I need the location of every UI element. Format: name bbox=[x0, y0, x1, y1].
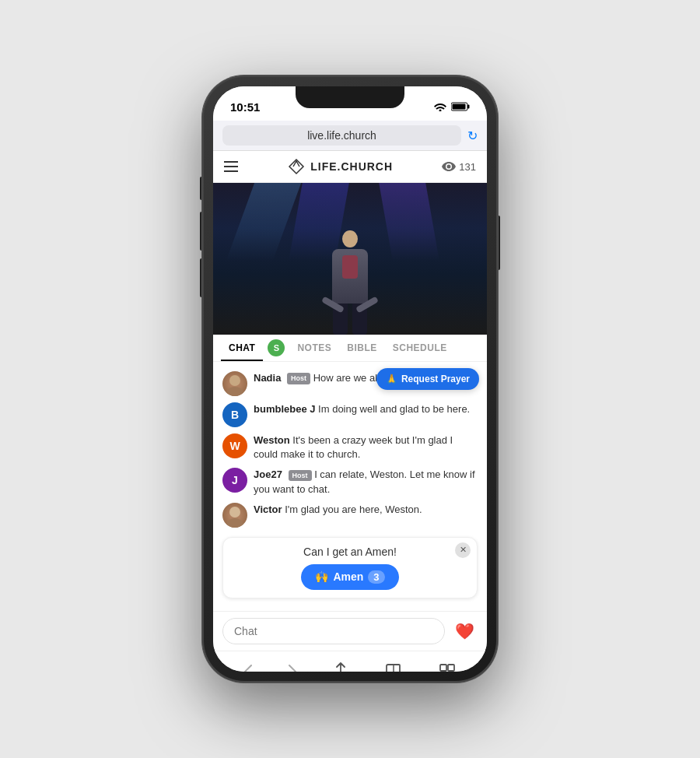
tab-schedule[interactable]: SCHEDULE bbox=[385, 335, 455, 361]
message-row: J Joe27 Host I can relate, Weston. Let m… bbox=[213, 465, 487, 499]
refresh-button[interactable]: ↻ bbox=[467, 128, 478, 143]
chat-input[interactable] bbox=[222, 618, 445, 644]
logo-text: LIFE.CHURCH bbox=[310, 160, 393, 173]
tab-notes[interactable]: NOTES bbox=[289, 335, 339, 361]
avatar-joe: J bbox=[222, 468, 247, 493]
battery-icon bbox=[451, 102, 470, 111]
svg-point-3 bbox=[229, 375, 240, 386]
light-beam-right bbox=[379, 183, 439, 261]
status-icons bbox=[434, 102, 470, 111]
svg-rect-2 bbox=[453, 104, 466, 110]
speaker-torso bbox=[332, 249, 368, 304]
host-badge-nadia: Host bbox=[287, 373, 310, 384]
lifechurch-logo-mark bbox=[287, 157, 306, 176]
wifi-icon bbox=[434, 102, 446, 111]
speaker-head bbox=[342, 230, 358, 247]
phone-mockup: 10:51 live.life.church ↻ bbox=[202, 75, 498, 683]
username-bumblebee: bumblebee J bbox=[254, 403, 315, 415]
phone-screen: 10:51 live.life.church ↻ bbox=[213, 86, 487, 672]
book-button[interactable] bbox=[377, 660, 410, 672]
grid-button[interactable] bbox=[431, 660, 464, 672]
message-row: Victor I'm glad you are here, Weston. bbox=[213, 500, 487, 531]
message-text-bumblebee: Im doing well and glad to be here. bbox=[318, 403, 470, 415]
nav-back-button[interactable] bbox=[236, 661, 260, 672]
message-text-joe: I can relate, Weston. Let me know if you… bbox=[254, 468, 475, 494]
message-text-victor: I'm glad you are here, Weston. bbox=[285, 504, 422, 515]
nav-forward-button[interactable] bbox=[281, 661, 304, 672]
avatar-victor-img bbox=[222, 503, 247, 528]
share-icon bbox=[333, 662, 348, 672]
status-time: 10:51 bbox=[230, 100, 260, 114]
amen-popup: ✕ Can I get an Amen! 🙌 Amen 3 bbox=[222, 537, 478, 598]
viewer-count: 131 bbox=[442, 161, 476, 173]
request-prayer-button[interactable]: 🙏 Request Prayer bbox=[376, 368, 479, 390]
tabs-bar: CHAT S NOTES BIBLE SCHEDULE bbox=[213, 335, 487, 362]
avatar-bumblebee: B bbox=[222, 402, 247, 427]
avatar-nadia bbox=[222, 371, 247, 396]
host-badge-joe: Host bbox=[289, 470, 312, 482]
avatar-weston: W bbox=[222, 433, 247, 458]
svg-rect-7 bbox=[440, 665, 446, 671]
svg-rect-8 bbox=[448, 665, 454, 671]
message-row: W Weston It's been a crazy week but I'm … bbox=[213, 430, 487, 465]
chat-messages-area: 🙏 Request Prayer Nadia Host How are we a… bbox=[213, 362, 487, 611]
tab-s-badge[interactable]: S bbox=[268, 339, 285, 356]
username-nadia: Nadia bbox=[254, 372, 281, 384]
share-button[interactable] bbox=[325, 659, 356, 672]
hamburger-line bbox=[224, 170, 238, 172]
bottom-navigation bbox=[213, 651, 487, 672]
request-prayer-label: Request Prayer bbox=[401, 374, 470, 384]
amen-label: Amen bbox=[333, 570, 363, 583]
video-area bbox=[213, 183, 487, 335]
avatar-initial-w: W bbox=[229, 440, 240, 452]
message-content-bumblebee: bumblebee J Im doing well and glad to be… bbox=[254, 402, 478, 416]
message-content-weston: Weston It's been a crazy week but I'm gl… bbox=[254, 433, 478, 461]
username-joe: Joe27 bbox=[254, 468, 282, 480]
hamburger-line bbox=[224, 161, 238, 163]
amen-button[interactable]: 🙌 Amen 3 bbox=[301, 564, 398, 590]
chat-input-bar: ❤️ bbox=[213, 611, 487, 651]
avatar-initial-j: J bbox=[232, 474, 238, 486]
avatar-initial-b: B bbox=[231, 409, 239, 421]
logo-area: LIFE.CHURCH bbox=[287, 157, 393, 176]
prayer-icon: 🙏 bbox=[386, 374, 397, 384]
message-row: B bumblebee J Im doing well and glad to … bbox=[213, 399, 487, 430]
url-bar[interactable]: live.life.church bbox=[222, 125, 461, 146]
chevron-left-icon bbox=[244, 665, 252, 672]
hamburger-line bbox=[224, 166, 238, 167]
amen-emoji: 🙌 bbox=[315, 570, 328, 583]
tab-chat[interactable]: CHAT bbox=[221, 335, 263, 361]
close-amen-popup-button[interactable]: ✕ bbox=[455, 542, 471, 558]
hamburger-menu[interactable] bbox=[224, 161, 238, 172]
speaker-figure bbox=[332, 230, 368, 335]
app-header: LIFE.CHURCH 131 bbox=[213, 151, 487, 183]
viewer-count-number: 131 bbox=[459, 161, 476, 173]
browser-bar: live.life.church ↻ bbox=[213, 121, 487, 151]
username-weston: Weston bbox=[254, 434, 290, 446]
book-icon bbox=[385, 663, 402, 672]
avatar-nadia-img bbox=[222, 371, 247, 396]
svg-point-4 bbox=[226, 387, 243, 396]
notch bbox=[296, 86, 404, 108]
username-victor: Victor bbox=[254, 504, 282, 515]
message-content-joe: Joe27 Host I can relate, Weston. Let me … bbox=[254, 468, 478, 496]
amen-popup-title: Can I get an Amen! bbox=[234, 546, 466, 558]
eye-icon bbox=[442, 162, 456, 171]
heart-button[interactable]: ❤️ bbox=[451, 618, 478, 644]
power-button bbox=[498, 216, 500, 270]
svg-point-5 bbox=[229, 507, 240, 518]
amen-count: 3 bbox=[368, 570, 384, 584]
svg-rect-1 bbox=[467, 105, 470, 109]
tab-bible[interactable]: BIBLE bbox=[339, 335, 385, 361]
chevron-right-icon bbox=[289, 665, 296, 672]
grid-icon bbox=[439, 663, 456, 672]
svg-point-6 bbox=[226, 518, 243, 528]
avatar-victor bbox=[222, 503, 247, 528]
message-content-victor: Victor I'm glad you are here, Weston. bbox=[254, 503, 478, 517]
